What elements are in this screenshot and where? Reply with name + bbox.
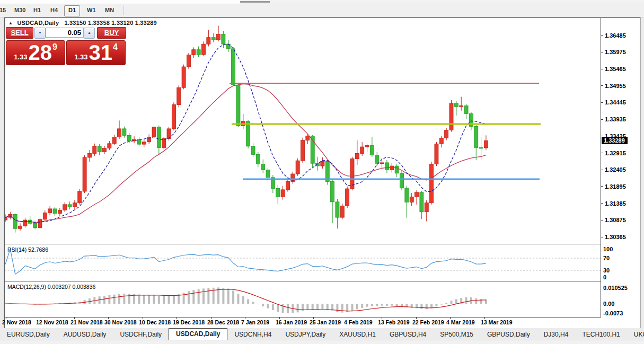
candle-body — [251, 146, 255, 155]
macd-bar — [153, 295, 155, 304]
candle-body — [83, 157, 86, 191]
chart-tab-ukc[interactable]: UKC — [627, 329, 644, 340]
timeframe-button-h4[interactable]: H4 — [47, 5, 61, 15]
timeframe-button-m30[interactable]: M30 — [11, 5, 29, 15]
timeframe-button-mn[interactable]: MN — [101, 5, 118, 15]
price-axis-separator — [601, 18, 601, 317]
candle-body — [38, 219, 42, 228]
volume-decrease-button[interactable]: ▼ — [34, 28, 46, 39]
buy-price-pip: 4 — [113, 42, 118, 65]
toolbar-separator — [123, 6, 124, 15]
macd-bar — [351, 304, 354, 311]
date-axis-label: 21 Nov 2018 — [70, 319, 103, 325]
candle-body — [162, 139, 166, 148]
timeframe-button-15[interactable]: 15 — [0, 5, 10, 15]
date-axis-label: 30 Nov 2018 — [104, 319, 137, 325]
price-axis-label: 1.32405 — [605, 166, 626, 173]
buy-price-prefix: 1.33 — [74, 53, 87, 61]
macd-bar — [252, 302, 254, 304]
candle-body — [405, 188, 409, 202]
chart-tab-tech100-h1[interactable]: TECH100,H1 — [575, 329, 627, 340]
timeframe-button-d1[interactable]: D1 — [64, 5, 80, 16]
macd-axis-label: -0.0073 — [603, 310, 623, 316]
rsi-axis-label: 30 — [603, 267, 610, 274]
macd-pane-border — [5, 317, 601, 317]
candle-body — [137, 139, 141, 144]
chart-tab-usdcad-daily[interactable]: USDCAD,Daily — [169, 328, 227, 340]
chart-tab-usdcnh-h4[interactable]: USDCNH,H4 — [227, 329, 278, 340]
price-axis-tick — [601, 119, 603, 120]
volume-input[interactable] — [46, 28, 84, 38]
price-axis-label: 1.35465 — [605, 66, 626, 72]
ohlc-values: 1.33150 1.33358 1.33120 1.33289 — [64, 20, 156, 26]
candle-body — [370, 146, 374, 155]
candle-body — [108, 144, 111, 148]
date-axis-label: 13 Feb 2019 — [378, 319, 410, 325]
macd-signal-line[interactable] — [5, 289, 486, 311]
macd-bar — [445, 303, 447, 304]
current-price-tag: 1.33289 — [602, 137, 628, 144]
macd-bar — [242, 296, 244, 304]
macd-bar — [321, 304, 323, 309]
candle-body — [484, 140, 488, 148]
ma-slow-line[interactable] — [5, 84, 486, 222]
macd-bar — [371, 304, 373, 306]
chart-tab-gbpusd-daily[interactable]: GBPUSD,Daily — [480, 329, 537, 340]
macd-bar — [426, 304, 428, 309]
macd-bar — [386, 304, 388, 306]
timeframe-button-h1[interactable]: H1 — [30, 5, 45, 15]
macd-bar — [440, 304, 443, 305]
candle-body — [98, 146, 101, 152]
buy-button[interactable]: BUY — [97, 27, 126, 39]
trading-terminal: 15M30H1H4D1W1MN ▲ USDCAD,Daily 1.33150 1… — [0, 0, 644, 344]
chart-tab-usdchf-daily[interactable]: USDCHF,Daily — [113, 329, 169, 340]
toolbar-scroll-thumb[interactable] — [240, 1, 270, 3]
macd-bar — [327, 304, 329, 310]
candle-body — [226, 44, 230, 49]
rsi-line[interactable] — [5, 249, 486, 275]
chart-tab-dj30-h4[interactable]: DJ30,H4 — [537, 329, 576, 340]
macd-bar — [336, 304, 338, 312]
sell-button[interactable]: SELL — [6, 27, 33, 39]
price-axis-label: 1.32915 — [605, 150, 626, 156]
price-axis-tick — [601, 237, 603, 237]
date-axis-label: 13 Mar 2019 — [481, 319, 513, 325]
price-axis-tick — [601, 102, 603, 103]
candle-body — [355, 154, 359, 159]
price-axis-label: 1.33935 — [605, 116, 626, 122]
rsi-axis-label: 70 — [603, 255, 610, 261]
candle-body — [157, 127, 161, 148]
macd-bar — [396, 304, 398, 306]
collapse-triangle-icon[interactable]: ▲ — [8, 21, 13, 25]
chart-tab-gbpusd-h4[interactable]: GBPUSD,H4 — [383, 329, 433, 340]
volume-increase-button[interactable]: ▲ — [84, 28, 95, 39]
buy-price-quote[interactable]: 1.33 31 4 — [66, 40, 126, 65]
macd-bar — [257, 304, 259, 304]
chart-tab-usdjpy-daily[interactable]: USDJPY,Daily — [278, 329, 332, 340]
date-axis-label: 4 Feb 2019 — [344, 319, 373, 325]
ma-fast-line[interactable] — [5, 44, 486, 223]
sell-price-big: 28 — [28, 41, 52, 65]
candle-body — [33, 223, 37, 227]
candle-body — [346, 189, 349, 206]
macd-bar — [272, 304, 274, 310]
sell-price-quote[interactable]: 1.33 28 9 — [6, 40, 65, 65]
chart-tab-xauusd-h1[interactable]: XAUUSD,H1 — [332, 329, 383, 340]
price-axis-label: 1.30365 — [605, 234, 626, 240]
chart-tab-eurusd-daily[interactable]: EURUSD,Daily — [0, 329, 57, 340]
timeframe-button-w1[interactable]: W1 — [83, 5, 100, 15]
chart-tab-audusd-daily[interactable]: AUDUSD,Daily — [57, 329, 113, 340]
candle-body — [415, 192, 419, 197]
date-axis-label: 25 Jan 2019 — [310, 319, 341, 325]
price-axis-tick — [601, 203, 603, 204]
candle-body — [48, 209, 52, 213]
candle-body — [43, 213, 47, 219]
price-axis-label: 1.34445 — [605, 99, 626, 105]
macd-bar — [430, 304, 433, 308]
candle-body — [152, 127, 156, 137]
top-toolbar-strip — [0, 0, 644, 4]
candle-body — [454, 103, 458, 107]
macd-bar — [118, 294, 120, 304]
chart-tab-sp500-m15[interactable]: SP500,M15 — [433, 329, 480, 340]
candle-body — [266, 170, 270, 178]
